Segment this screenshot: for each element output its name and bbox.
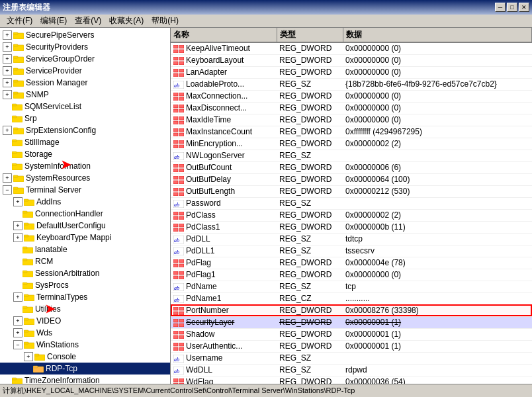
tree-item-SQMServiceList[interactable]: SQMServiceList <box>0 101 170 112</box>
tree-scroll[interactable]: + SecurePipeServers+ SecurityProviders+ … <box>0 28 170 384</box>
expand-btn-SNMP[interactable]: + <box>3 90 12 99</box>
table-row[interactable]: OutBufCountREG_DWORD0x00000006 (6) <box>171 161 532 173</box>
tree-item-DefaultUserConfigu[interactable]: + DefaultUserConfigu <box>0 220 170 232</box>
reg-data: 0x00000000 (0) <box>343 66 532 78</box>
expand-btn-DefaultUserConfigu[interactable]: + <box>13 221 22 230</box>
table-row[interactable]: ab NWLogonServerREG_SZ <box>171 150 532 161</box>
tree-label-RCM: RCM <box>35 257 53 266</box>
tree-item-SecurityProviders[interactable]: + SecurityProviders <box>0 41 170 53</box>
expand-btn-VIDEO[interactable]: + <box>13 316 22 326</box>
tree-item-RDP-Tcp[interactable]: RDP-Tcp <box>0 363 170 375</box>
table-row[interactable]: WdFlagREG_DWORD0x00000036 (54) <box>171 376 532 384</box>
tree-label-SystemInformation: SystemInformation <box>24 161 91 171</box>
table-row[interactable]: MinEncryption...REG_DWORD0x00000002 (2) <box>171 138 532 150</box>
expand-btn-Console[interactable]: + <box>24 352 33 361</box>
table-row[interactable]: ShadowREG_DWORD0x00000001 (1) <box>171 328 532 340</box>
table-row[interactable]: MaxInstanceCountREG_DWORD0xffffffff (429… <box>171 126 532 138</box>
menu-file[interactable]: 文件(F) <box>3 14 36 28</box>
table-row[interactable]: ab PasswordREG_SZ <box>171 197 532 209</box>
tree-item-Console[interactable]: + Console <box>0 351 170 363</box>
tree-item-Session Manager[interactable]: + Session Manager <box>0 77 170 89</box>
expand-btn-Wds[interactable]: + <box>13 328 22 337</box>
tree-item-ConnectionHandler[interactable]: ConnectionHandler <box>0 208 170 220</box>
expand-btn-ServiceGroupOrder[interactable]: + <box>3 54 12 64</box>
expand-btn-SrpExtensionConfig[interactable]: + <box>3 126 12 135</box>
table-row[interactable]: PdFlagREG_DWORD0x0000004e (78) <box>171 257 532 269</box>
tree-item-AddIns[interactable]: + AddIns <box>0 196 170 208</box>
table-row[interactable]: ab PdDLL1REG_SZtssecsrv <box>171 245 532 257</box>
tree-item-WinStations[interactable]: − WinStations <box>0 339 170 351</box>
tree-item-Srp[interactable]: Srp <box>0 112 170 124</box>
table-row[interactable]: KeyboardLayoutREG_DWORD0x00000000 (0) <box>171 54 532 66</box>
expand-btn-AddIns[interactable]: + <box>13 197 22 206</box>
expand-btn-SystemResources[interactable]: + <box>3 173 12 183</box>
tree-item-SrpExtensionConfig[interactable]: + SrpExtensionConfig <box>0 124 170 136</box>
table-row[interactable]: MaxIdleTimeREG_DWORD0x00000000 (0) <box>171 114 532 126</box>
table-row[interactable]: PdClass1REG_DWORD0x0000000b (11) <box>171 221 532 233</box>
tree-item-KeyboardTypeMappig[interactable]: + KeyboardType Mappi <box>0 232 170 243</box>
tree-item-RCM[interactable]: RCM <box>0 255 170 267</box>
expand-btn-SecurityProviders[interactable]: + <box>3 42 12 52</box>
tree-item-ServiceGroupOrder[interactable]: + ServiceGroupOrder <box>0 53 170 65</box>
reg-type: REG_DWORD <box>277 257 343 269</box>
tree-item-SystemInformation[interactable]: SystemInformation <box>0 160 170 172</box>
expand-btn-TerminalServer[interactable]: − <box>3 185 12 195</box>
table-row[interactable]: ab UsernameREG_SZ <box>171 352 532 364</box>
menu-help[interactable]: 帮助(H) <box>148 14 183 28</box>
svg-rect-11 <box>13 92 18 94</box>
tree-item-SystemResources[interactable]: + SystemResources <box>0 172 170 184</box>
maximize-button[interactable]: □ <box>507 3 517 12</box>
expand-btn-Session Manager[interactable]: + <box>3 78 12 87</box>
table-row[interactable]: MaxDisconnect...REG_DWORD0x00000000 (0) <box>171 102 532 114</box>
registry-table-container[interactable]: 名称 类型 数据 KeepAliveTimeoutREG_DWORD0x0000… <box>171 28 532 384</box>
tree-item-SNMP[interactable]: + SNMP <box>0 89 170 101</box>
tree-item-Storage[interactable]: Storage <box>0 148 170 160</box>
expand-btn-TerminalTypes[interactable]: + <box>13 292 22 302</box>
tree-item-SessionArbitration[interactable]: SessionArbitration <box>0 267 170 279</box>
tree-item-lanatable[interactable]: lanatable <box>0 243 170 255</box>
tree-item-TerminalServer[interactable]: − Terminal Server <box>0 184 170 196</box>
table-row[interactable]: ab PdDLLREG_SZtdtcp <box>171 233 532 245</box>
svg-rect-23 <box>12 163 17 165</box>
table-row[interactable]: SecurityLayerREG_DWORD0x00000001 (1) <box>171 316 532 328</box>
tree-item-StillImage[interactable]: StillImage <box>0 136 170 148</box>
tree-item-TerminalTypes[interactable]: + TerminalTypes <box>0 291 170 303</box>
menu-view[interactable]: 查看(V) <box>71 14 105 28</box>
table-row[interactable]: UserAuthentic...REG_DWORD0x00000001 (1) <box>171 340 532 352</box>
tree-item-SecurePipeServers[interactable]: + SecurePipeServers <box>0 29 170 41</box>
tree-item-VIDEO[interactable]: + VIDEO <box>0 315 170 327</box>
minimize-button[interactable]: ─ <box>495 3 506 12</box>
table-row[interactable]: ab WdDLLREG_SZrdpwd <box>171 364 532 376</box>
table-row[interactable]: ab PdNameREG_SZtcp <box>171 281 532 292</box>
svg-rect-104 <box>173 169 178 172</box>
menu-edit[interactable]: 编辑(E) <box>36 14 71 28</box>
close-button[interactable]: ✕ <box>519 3 529 12</box>
table-row[interactable]: PdFlag1REG_DWORD0x00000000 (0) <box>171 269 532 281</box>
table-row[interactable]: KeepAliveTimeoutREG_DWORD0x00000000 (0) <box>171 42 532 54</box>
table-row[interactable]: MaxConnection...REG_DWORD0x00000000 (0) <box>171 90 532 102</box>
table-row[interactable]: ab LoadableProto...REG_SZ{18b728bb-6fe6-… <box>171 78 532 90</box>
svg-rect-151 <box>179 335 184 339</box>
tree-item-TimeZoneInformation[interactable]: TimeZoneInformation <box>0 375 170 384</box>
col-type: 类型 <box>277 28 343 42</box>
table-row[interactable]: OutBufDelayREG_DWORD0x00000064 (100) <box>171 173 532 185</box>
tree-item-ServiceProvider[interactable]: + ServiceProvider <box>0 65 170 77</box>
table-row[interactable]: LanAdapterREG_DWORD0x00000000 (0) <box>171 66 532 78</box>
expand-btn-KeyboardTypeMappig[interactable]: + <box>13 233 22 242</box>
expand-btn-ServiceProvider[interactable]: + <box>3 66 12 75</box>
tree-item-SysProcs[interactable]: SysProcs <box>0 279 170 291</box>
table-row[interactable]: PdClassREG_DWORD0x00000002 (2) <box>171 209 532 221</box>
menu-favorites[interactable]: 收藏夹(A) <box>105 14 148 28</box>
table-row[interactable]: OutBufLengthREG_DWORD0x00000212 (530) <box>171 185 532 197</box>
registry-table: 名称 类型 数据 KeepAliveTimeoutREG_DWORD0x0000… <box>171 28 532 384</box>
expand-btn-SecurePipeServers[interactable]: + <box>3 30 12 40</box>
table-row[interactable]: ab PdName1REG_CZ........... <box>171 292 532 304</box>
reg-type: REG_DWORD <box>277 304 343 316</box>
table-row[interactable]: PortNumberREG_DWORD0x00008276 (33398) <box>171 304 532 316</box>
svg-rect-132 <box>173 271 178 275</box>
tree-item-Utilities[interactable]: Utilities <box>0 303 170 315</box>
expand-btn-WinStations[interactable]: − <box>13 340 22 349</box>
tree-label-ServiceGroupOrder: ServiceGroupOrder <box>26 54 95 64</box>
tree-item-Wds[interactable]: + Wds <box>0 327 170 339</box>
svg-rect-109 <box>179 181 184 184</box>
